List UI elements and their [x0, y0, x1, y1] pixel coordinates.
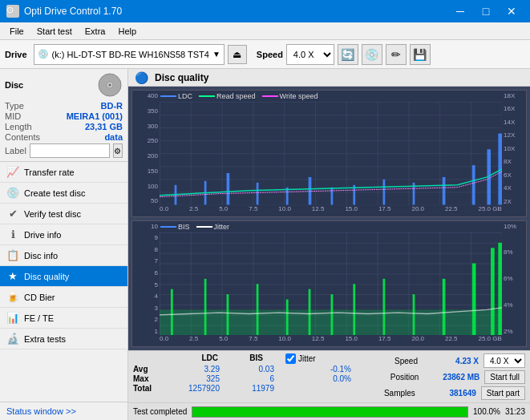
speed-stat-label: Speed: [394, 357, 418, 365]
samples-value: 381649: [420, 389, 476, 398]
bottom-chart: BIS Jitter 10 9 8 7 6 5 4 3: [131, 220, 527, 348]
avg-ldc: 3.29: [172, 365, 220, 374]
sidebar-item-disc-quality[interactable]: ★ Disc quality: [0, 266, 127, 287]
sidebar-item-fe-te[interactable]: 📊 FE / TE: [0, 308, 127, 329]
speed-row: Speed 4.23 X 4.0 X 2.0 X MAX: [394, 353, 525, 368]
top-chart-x-axis: 0.0 2.5 5.0 7.5 10.0 12.5 15.0 17.5 20.0…: [160, 205, 502, 216]
disc-contents-row: Contents data: [5, 132, 123, 142]
disc-length-value: 23,31 GB: [85, 122, 123, 131]
sidebar-item-drive-info[interactable]: ℹ Drive info: [0, 224, 127, 245]
svg-rect-7: [227, 173, 230, 205]
eject-button[interactable]: ⏏: [228, 45, 247, 64]
drive-value: (k:) HL-DT-ST BD-RE WH16NS58 TST4: [52, 50, 209, 59]
speed-label: Speed: [257, 50, 283, 59]
total-bis: 11979: [226, 384, 274, 393]
avg-jitter: -0.1%: [303, 365, 351, 374]
svg-rect-25: [286, 299, 289, 335]
bottom-chart-svg: [160, 232, 502, 336]
legend-writespeed: Write speed: [262, 92, 318, 100]
menu-starttest[interactable]: Start test: [30, 25, 79, 38]
svg-rect-8: [257, 183, 259, 205]
verify-test-disc-label: Verify test disc: [24, 209, 81, 219]
save-button[interactable]: 💾: [410, 44, 431, 65]
disc-mid-row: MID MEIRA1 (001): [5, 111, 123, 121]
menu-help[interactable]: Help: [111, 25, 143, 38]
speed-stat-value: 4.23 X: [423, 357, 479, 365]
toolbar: Drive 💿 (k:) HL-DT-ST BD-RE WH16NS58 TST…: [0, 40, 530, 69]
legend-writespeed-label: Write speed: [280, 92, 318, 100]
disc-contents-label: Contents: [5, 132, 40, 142]
disc-label-input[interactable]: [30, 143, 110, 158]
top-chart-legend: LDC Read speed Write speed: [160, 92, 318, 100]
status-window-button[interactable]: Status window >>: [0, 402, 127, 420]
svg-rect-30: [413, 294, 415, 335]
svg-rect-23: [227, 294, 229, 335]
drive-label: Drive: [5, 50, 27, 59]
sidebar-item-transfer-rate[interactable]: 📈 Transfer rate: [0, 162, 127, 183]
speed-select[interactable]: 4.0 X 2.0 X MAX: [286, 44, 334, 65]
svg-point-2: [109, 84, 111, 87]
menu-extra[interactable]: Extra: [79, 25, 112, 38]
maximize-button[interactable]: □: [474, 3, 498, 19]
disc-type-label: Type: [5, 101, 24, 111]
sidebar-item-cd-bier[interactable]: 🍺 CD Bier: [0, 287, 127, 308]
disc-type-row: Type BD-R: [5, 101, 123, 111]
sidebar: Disc Type BD-R MID MEIRA1 (001) Length 2…: [0, 69, 128, 420]
disc-quality-icon: ★: [6, 270, 19, 282]
position-row: Position 23862 MB Start full: [390, 370, 525, 384]
menu-file[interactable]: File: [3, 25, 30, 38]
svg-rect-34: [498, 242, 502, 335]
drive-info-icon: ℹ: [6, 228, 19, 240]
close-button[interactable]: ✕: [500, 3, 524, 19]
progress-bar-inner: [192, 407, 467, 417]
stats-bar: LDC BIS Jitter Avg 3.29 0.03 -0.1%: [128, 350, 530, 402]
stats-right: Speed 4.23 X 4.0 X 2.0 X MAX Position 23…: [384, 353, 525, 400]
sidebar-item-disc-info[interactable]: 📋 Disc info: [0, 245, 127, 266]
svg-rect-26: [309, 289, 311, 335]
svg-rect-33: [491, 248, 495, 335]
cd-bier-label: CD Bier: [24, 293, 55, 302]
status-text: Test completed: [133, 407, 187, 416]
stats-speed-select[interactable]: 4.0 X 2.0 X MAX: [483, 353, 525, 368]
legend-ldc-label: LDC: [178, 92, 192, 100]
drive-selector[interactable]: 💿 (k:) HL-DT-ST BD-RE WH16NS58 TST4 ▼: [34, 44, 225, 65]
jitter-checkbox[interactable]: [285, 353, 296, 364]
top-chart-y-axis-right: 18X 16X 14X 12X 10X 8X 6X 4X 2X: [502, 91, 526, 216]
sidebar-item-verify-test-disc[interactable]: ✔ Verify test disc: [0, 204, 127, 224]
progress-time: 31:23: [505, 407, 525, 416]
top-chart-y-axis: 400 350 300 250 200 150 100 50: [132, 91, 160, 216]
legend-readspeed-label: Read speed: [216, 92, 256, 100]
total-label: Total: [133, 384, 165, 393]
sidebar-item-create-test-disc[interactable]: 💿 Create test disc: [0, 183, 127, 204]
fe-te-icon: 📊: [6, 312, 19, 324]
samples-label: Samples: [384, 389, 415, 398]
samples-row: Samples 381649 Start part: [384, 386, 525, 400]
legend-jitter: Jitter: [196, 223, 230, 231]
disc-section-label: Disc: [5, 80, 23, 90]
bottom-chart-x-axis: 0.0 2.5 5.0 7.5 10.0 12.5 15.0 17.5 20.0…: [160, 335, 502, 346]
start-full-button[interactable]: Start full: [484, 370, 525, 384]
refresh-button[interactable]: 🔄: [338, 44, 358, 65]
disc-panel: Disc Type BD-R MID MEIRA1 (001) Length 2…: [0, 69, 127, 162]
disc-image-icon: [97, 72, 123, 98]
disc-label-edit-button[interactable]: ⚙: [113, 143, 123, 158]
status-window-label: Status window >>: [6, 406, 76, 416]
start-part-button[interactable]: Start part: [481, 386, 525, 400]
bottom-chart-legend: BIS Jitter: [160, 223, 229, 231]
svg-rect-27: [331, 294, 334, 335]
max-bis: 6: [226, 374, 274, 383]
minimize-button[interactable]: ─: [448, 3, 472, 19]
edit-button[interactable]: ✏: [386, 44, 407, 65]
svg-rect-32: [472, 263, 476, 335]
app-title: Opti Drive Control 1.70: [24, 6, 448, 17]
svg-rect-15: [443, 177, 446, 205]
content-area: 🔵 Disc quality LDC Read speed: [128, 69, 530, 420]
max-label: Max: [133, 374, 165, 383]
sidebar-item-extra-tests[interactable]: 🔬 Extra tests: [0, 329, 127, 349]
stats-header-row: LDC BIS Jitter: [133, 353, 379, 364]
verify-test-disc-icon: ✔: [6, 208, 19, 220]
disc-length-label: Length: [5, 122, 32, 131]
chart-title-icon: 🔵: [135, 71, 148, 84]
disc-button[interactable]: 💿: [362, 44, 382, 65]
drive-info-label: Drive info: [24, 230, 61, 240]
